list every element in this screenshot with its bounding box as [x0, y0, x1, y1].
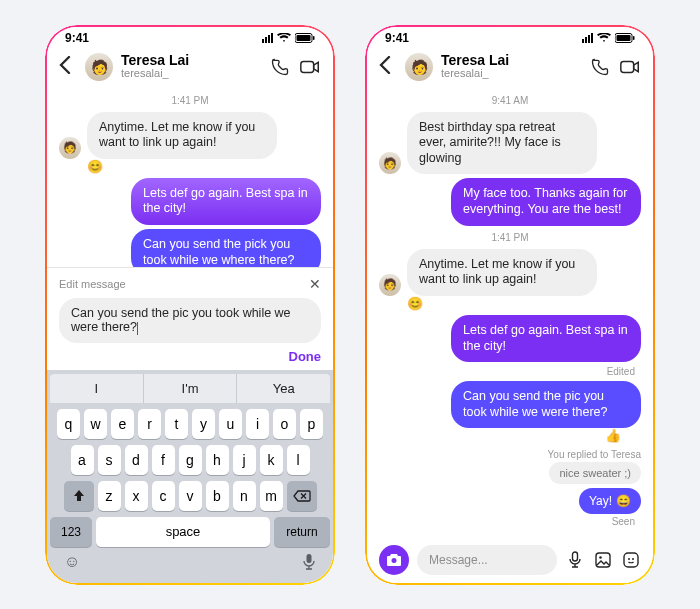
- avatar[interactable]: 🧑: [85, 53, 113, 81]
- suggestion[interactable]: I: [50, 374, 143, 403]
- close-icon[interactable]: ✕: [309, 276, 321, 292]
- composer: Message...: [367, 537, 653, 583]
- key-n[interactable]: n: [233, 481, 256, 511]
- svg-rect-3: [301, 61, 314, 72]
- key-h[interactable]: h: [206, 445, 229, 475]
- key-123[interactable]: 123: [50, 517, 92, 547]
- edit-message-input[interactable]: Can you send the pic you took while we w…: [59, 298, 321, 342]
- message-outgoing[interactable]: My face too. Thanks again for everything…: [451, 178, 641, 225]
- key-i[interactable]: i: [246, 409, 269, 439]
- svg-point-14: [628, 558, 630, 560]
- svg-rect-2: [313, 36, 315, 40]
- back-icon[interactable]: [379, 56, 397, 78]
- key-shift[interactable]: [64, 481, 94, 511]
- message-input[interactable]: Message...: [417, 545, 557, 575]
- key-x[interactable]: x: [125, 481, 148, 511]
- phone-icon[interactable]: [269, 56, 291, 78]
- contact-name[interactable]: Teresa Lai: [121, 53, 261, 68]
- key-d[interactable]: d: [125, 445, 148, 475]
- message-outgoing[interactable]: Lets def go again. Best spa in the city!: [131, 178, 321, 225]
- cell-signal-icon: [582, 33, 593, 43]
- timestamp: 1:41 PM: [379, 232, 641, 243]
- status-icons: [262, 33, 315, 43]
- key-z[interactable]: z: [98, 481, 121, 511]
- key-k[interactable]: k: [260, 445, 283, 475]
- battery-icon: [295, 33, 315, 43]
- reply-context: You replied to Teresa: [379, 449, 641, 460]
- back-icon[interactable]: [59, 56, 77, 78]
- suggestion[interactable]: I'm: [143, 374, 237, 403]
- sticker-icon[interactable]: [621, 550, 641, 570]
- emoji-icon[interactable]: ☺: [64, 553, 80, 575]
- avatar[interactable]: 🧑: [379, 152, 401, 174]
- key-b[interactable]: b: [206, 481, 229, 511]
- quoted-message[interactable]: nice sweater ;): [549, 462, 641, 484]
- svg-rect-10: [573, 552, 578, 561]
- thread: 9:41 AM 🧑 Best birthday spa retreat ever…: [367, 89, 653, 537]
- key-r[interactable]: r: [138, 409, 161, 439]
- video-icon[interactable]: [299, 56, 321, 78]
- phone-left: 9:41 🧑 Teresa Lai teresalai_ 1:41 PM 🧑 A…: [45, 25, 335, 585]
- avatar[interactable]: 🧑: [405, 53, 433, 81]
- phone-icon[interactable]: [589, 56, 611, 78]
- suggestion[interactable]: Yea: [236, 374, 330, 403]
- thread: 1:41 PM 🧑 Anytime. Let me know if you wa…: [47, 89, 333, 268]
- svg-rect-6: [617, 35, 631, 41]
- done-button[interactable]: Done: [59, 349, 321, 364]
- reaction[interactable]: 👍: [379, 428, 641, 443]
- camera-button[interactable]: [379, 545, 409, 575]
- screen: 9:41 🧑 Teresa Lai teresalai_ 1:41 PM 🧑 A…: [47, 27, 333, 583]
- dictation-icon[interactable]: [302, 553, 316, 575]
- key-e[interactable]: e: [111, 409, 134, 439]
- key-m[interactable]: m: [260, 481, 283, 511]
- key-c[interactable]: c: [152, 481, 175, 511]
- avatar[interactable]: 🧑: [379, 274, 401, 296]
- phone-right: 9:41 🧑 Teresa Lai teresalai_ 9:41 AM 🧑 B…: [365, 25, 655, 585]
- key-o[interactable]: o: [273, 409, 296, 439]
- key-g[interactable]: g: [179, 445, 202, 475]
- reaction[interactable]: 😊: [59, 159, 321, 174]
- key-q[interactable]: q: [57, 409, 80, 439]
- key-space[interactable]: space: [96, 517, 270, 547]
- battery-icon: [615, 33, 635, 43]
- video-icon[interactable]: [619, 56, 641, 78]
- reaction[interactable]: 😊: [379, 296, 641, 311]
- text-caret: [137, 322, 138, 335]
- key-w[interactable]: w: [84, 409, 107, 439]
- wifi-icon: [597, 33, 611, 43]
- key-j[interactable]: j: [233, 445, 256, 475]
- key-return[interactable]: return: [274, 517, 330, 547]
- key-l[interactable]: l: [287, 445, 310, 475]
- key-y[interactable]: y: [192, 409, 215, 439]
- message-outgoing[interactable]: Can you send the pic you took while we w…: [451, 381, 641, 428]
- wifi-icon: [277, 33, 291, 43]
- svg-rect-7: [633, 36, 635, 40]
- message-incoming[interactable]: Anytime. Let me know if you want to link…: [87, 112, 277, 159]
- keyboard: I I'm Yea qwertyuiop asdfghjkl zxcvbnm 1…: [47, 370, 333, 583]
- svg-rect-4: [307, 554, 312, 563]
- contact-name[interactable]: Teresa Lai: [441, 53, 581, 68]
- message-outgoing[interactable]: Yay!😄: [579, 488, 641, 514]
- avatar[interactable]: 🧑: [59, 137, 81, 159]
- microphone-icon[interactable]: [565, 550, 585, 570]
- svg-rect-1: [297, 35, 311, 41]
- key-s[interactable]: s: [98, 445, 121, 475]
- key-p[interactable]: p: [300, 409, 323, 439]
- message-outgoing[interactable]: Lets def go again. Best spa in the city!: [451, 315, 641, 362]
- svg-rect-13: [624, 553, 638, 567]
- message-incoming[interactable]: Best birthday spa retreat ever, amirite?…: [407, 112, 597, 175]
- svg-rect-11: [596, 553, 610, 567]
- svg-point-9: [392, 558, 397, 563]
- grin-emoji: 😄: [616, 494, 631, 508]
- message-outgoing[interactable]: Can you send the pick you took while we …: [131, 229, 321, 267]
- svg-point-15: [632, 558, 634, 560]
- chat-header: 🧑 Teresa Lai teresalai_: [47, 49, 333, 89]
- key-u[interactable]: u: [219, 409, 242, 439]
- message-incoming[interactable]: Anytime. Let me know if you want to link…: [407, 249, 597, 296]
- key-t[interactable]: t: [165, 409, 188, 439]
- gallery-icon[interactable]: [593, 550, 613, 570]
- key-delete[interactable]: [287, 481, 317, 511]
- key-f[interactable]: f: [152, 445, 175, 475]
- key-a[interactable]: a: [71, 445, 94, 475]
- key-v[interactable]: v: [179, 481, 202, 511]
